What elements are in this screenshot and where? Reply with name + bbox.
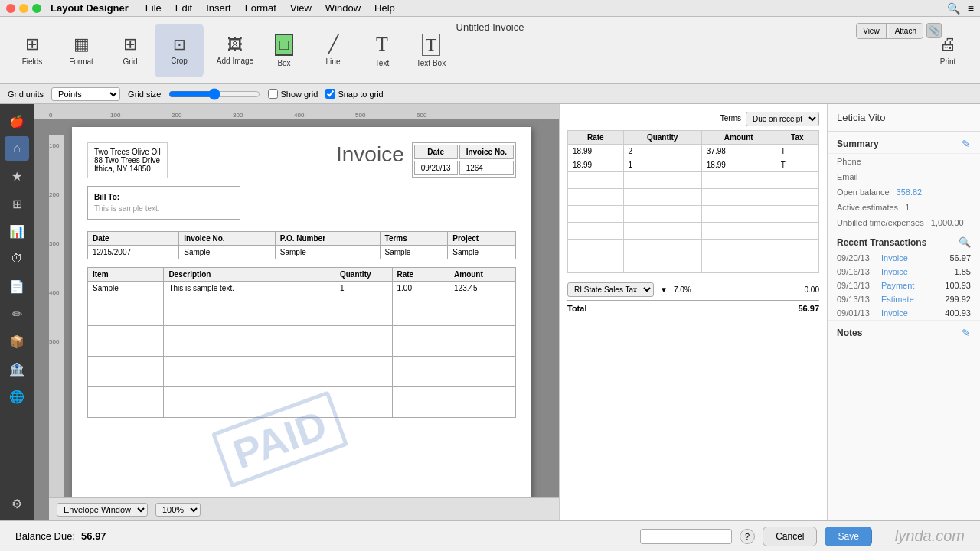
maximize-button[interactable] xyxy=(32,4,41,13)
grid-size-slider[interactable] xyxy=(168,88,260,100)
app-name: Layout Designer xyxy=(51,2,129,14)
tax-dropdown-icon[interactable]: ▼ xyxy=(660,285,668,294)
invoice-no-value: 1264 xyxy=(459,161,514,175)
attach-icon[interactable]: 📎 xyxy=(926,23,942,38)
email-field: Email xyxy=(828,169,980,184)
canvas-content: 100 200 300 400 500 Two Trees Olive Oil … xyxy=(49,119,559,497)
list-icon-menubar: ≡ xyxy=(968,2,974,15)
ruler-horizontal: 0 100 200 300 400 500 600 xyxy=(34,104,559,119)
menu-help[interactable]: Help xyxy=(368,1,401,15)
sidebar-bank-icon[interactable]: 🏦 xyxy=(5,357,29,381)
total-amount: 56.97 xyxy=(798,304,819,313)
balance-area: Balance Due: 56.97 xyxy=(15,530,632,542)
text-box-button[interactable]: T Text Box xyxy=(407,24,456,77)
table-row: 18.99 2 37.98 T xyxy=(568,145,819,158)
sidebar-home-icon[interactable]: ⌂ xyxy=(5,136,29,161)
tax-select[interactable]: RI State Sales Tax xyxy=(567,282,654,297)
sidebar-grid-icon[interactable]: ⊞ xyxy=(5,191,29,216)
detail-invno-header: Invoice No. xyxy=(179,232,276,246)
crop-button[interactable]: ⊡ Crop xyxy=(155,24,204,77)
bill-to-sample: This is sample text. xyxy=(94,204,234,213)
rate-val: 1.00 xyxy=(392,282,449,295)
balance-due-label: Balance Due: xyxy=(15,530,75,542)
menu-window[interactable]: Window xyxy=(319,1,367,15)
minimize-button[interactable] xyxy=(19,4,28,13)
box-button[interactable]: □ Box xyxy=(260,24,309,77)
attach-button[interactable]: Attach xyxy=(889,24,923,38)
table-row xyxy=(568,256,819,273)
close-button[interactable] xyxy=(6,4,15,13)
grid-icon: ⊞ xyxy=(123,34,137,54)
menu-insert[interactable]: Insert xyxy=(200,1,237,15)
fields-button[interactable]: ⊞ Fields xyxy=(8,24,57,77)
line-icon: ╱ xyxy=(328,34,338,54)
trans-row-0: 09/20/13 Invoice 56.97 xyxy=(828,251,980,265)
sidebar-star-icon[interactable]: ★ xyxy=(5,164,29,188)
bill-to-box: Bill To: This is sample text. xyxy=(87,186,240,220)
table-row: 18.99 1 18.99 T xyxy=(568,158,819,172)
format-button[interactable]: ▦ Format xyxy=(57,24,106,77)
notes-edit-icon[interactable]: ✎ xyxy=(962,327,971,339)
terms-select[interactable]: Due on receipt Net 30 xyxy=(746,112,819,126)
unbilled-value: 1,000.00 xyxy=(931,218,964,227)
company-name: Two Trees Olive Oil xyxy=(94,148,161,156)
detail-po-val: Sample xyxy=(275,246,380,259)
grid-units-select[interactable]: Points Inches Centimeters xyxy=(51,87,120,101)
menu-edit[interactable]: Edit xyxy=(169,1,198,15)
total-row: Total 56.97 xyxy=(567,300,819,316)
total-label: Total xyxy=(567,304,586,313)
tax-cell: T xyxy=(776,158,818,172)
trans-row-4: 09/01/13 Invoice 400.93 xyxy=(828,306,980,320)
sidebar-clock-icon[interactable]: ⏱ xyxy=(5,246,29,271)
qty-header: Quantity xyxy=(623,131,701,145)
search-icon-menubar[interactable]: 🔍 xyxy=(947,2,960,15)
preview-table: Rate Quantity Amount Tax 18.99 2 37.98 T… xyxy=(567,130,819,273)
notes-title: Notes xyxy=(837,328,862,338)
date-header: Date xyxy=(414,145,458,159)
help-button[interactable]: ? xyxy=(740,529,755,544)
canvas-bottom-bar: Envelope Window Standard 100% 75% 125% xyxy=(49,497,559,520)
grid-button[interactable]: ⊞ Grid xyxy=(106,24,155,77)
text-box-icon: T xyxy=(422,34,441,56)
sidebar-chart-icon[interactable]: 📊 xyxy=(5,219,29,243)
open-balance-value: 358.82 xyxy=(897,187,923,197)
customer-panel: Leticia Vito Summary ✎ Phone Email Open … xyxy=(827,104,980,520)
fields-label: Fields xyxy=(22,57,43,66)
sidebar-box-icon[interactable]: 📦 xyxy=(5,329,29,354)
sidebar-doc-icon[interactable]: 📄 xyxy=(5,274,29,298)
qty-col: Quantity xyxy=(335,268,392,282)
layout-select[interactable]: Envelope Window Standard xyxy=(57,503,148,517)
snap-to-grid-check[interactable]: Snap to grid xyxy=(325,89,383,99)
company-info-box: Two Trees Olive Oil 88 Two Trees Drive I… xyxy=(87,142,168,178)
right-preview: Terms Due on receipt Net 30 Rate Quantit… xyxy=(559,104,827,520)
sidebar-settings-icon[interactable]: ⚙ xyxy=(5,491,29,516)
balance-input[interactable] xyxy=(640,529,732,544)
sidebar-globe-icon[interactable]: 🌐 xyxy=(5,384,29,409)
lynda-logo: lynda.com xyxy=(895,527,965,545)
search-transactions-icon[interactable]: 🔍 xyxy=(959,236,971,248)
view-button[interactable]: View xyxy=(857,24,887,38)
open-balance-label: Open balance xyxy=(837,187,890,197)
detail-terms-header: Terms xyxy=(380,232,448,246)
menu-view[interactable]: View xyxy=(284,1,318,15)
sidebar-pen-icon[interactable]: ✏ xyxy=(5,302,29,326)
cancel-button[interactable]: Cancel xyxy=(763,527,817,546)
show-grid-check[interactable]: Show grid xyxy=(268,89,318,99)
menu-format[interactable]: Format xyxy=(239,1,283,15)
table-row xyxy=(568,206,819,223)
summary-edit-icon[interactable]: ✎ xyxy=(962,138,971,150)
bottom-bar: Balance Due: 56.97 ? Cancel Save lynda.c… xyxy=(0,520,980,551)
invoice-detail-table: Date Invoice No. P.O. Number Terms Proje… xyxy=(87,231,516,259)
table-row xyxy=(88,326,516,357)
zoom-select[interactable]: 100% 75% 125% xyxy=(155,503,201,517)
text-button[interactable]: T Text xyxy=(358,24,407,77)
line-button[interactable]: ╱ Line xyxy=(309,24,358,77)
menu-file[interactable]: File xyxy=(139,1,168,15)
save-button[interactable]: Save xyxy=(825,527,871,546)
add-image-label: Add Image xyxy=(217,57,253,65)
grid-size-label: Grid size xyxy=(128,90,161,99)
trans-row-2: 09/13/13 Payment 100.93 xyxy=(828,279,980,292)
format-icon: ▦ xyxy=(74,34,90,54)
open-balance-field: Open balance 358.82 xyxy=(828,184,980,200)
add-image-button[interactable]: 🖼 Add Image xyxy=(211,24,260,77)
